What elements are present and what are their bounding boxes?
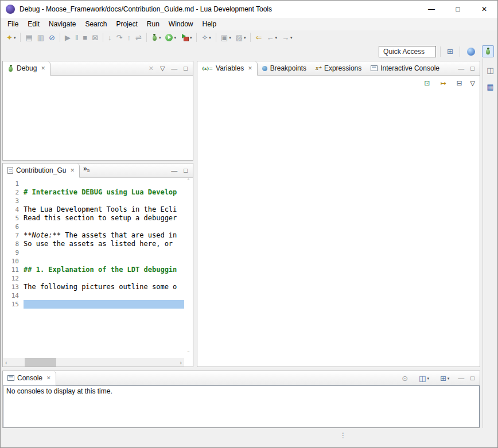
grid-view-icon[interactable]: ▦: [484, 82, 496, 92]
tab-variables[interactable]: (x)= Variables ✕: [197, 61, 258, 76]
editor-code[interactable]: 12# Interactive DEBUG using Lua Develop3…: [3, 178, 184, 358]
last-edit-location-icon[interactable]: ⇐: [253, 33, 264, 42]
toolbar-separator[interactable]: [196, 33, 197, 42]
editor-line[interactable]: 13The following pictures outline some o: [3, 283, 184, 291]
toolbar-separator[interactable]: [20, 33, 21, 42]
close-icon[interactable]: ✕: [248, 65, 252, 71]
tab-console[interactable]: Console ✕: [3, 371, 56, 385]
save-all-icon[interactable]: ▥: [35, 33, 46, 42]
line-number[interactable]: 9: [3, 248, 24, 257]
menu-item[interactable]: Navigate: [44, 18, 80, 30]
step-into-icon[interactable]: ↓: [106, 33, 114, 42]
horizontal-scrollbar[interactable]: ‹ ›: [3, 358, 184, 367]
maximize-view-icon[interactable]: □: [470, 65, 474, 72]
sash-grip-icon[interactable]: ⋮: [340, 431, 347, 439]
maximize-button[interactable]: □: [445, 1, 471, 18]
minimize-button[interactable]: —: [418, 1, 445, 18]
debug-icon[interactable]: ▾: [149, 33, 164, 42]
toolbar-separator[interactable]: [60, 33, 60, 42]
step-over-icon[interactable]: ↷: [114, 33, 125, 42]
dropdown-arrow-icon[interactable]: ▾: [209, 36, 211, 40]
scroll-right-icon[interactable]: ›: [177, 359, 184, 366]
dropdown-arrow-icon[interactable]: ▾: [174, 36, 176, 40]
maximize-view-icon[interactable]: □: [184, 65, 188, 72]
collapse-all-icon[interactable]: ⊟: [454, 79, 464, 88]
view-menu-icon[interactable]: ▽: [160, 65, 165, 72]
line-number[interactable]: 2: [3, 188, 24, 197]
tab-breakpoints[interactable]: Breakpoints: [258, 61, 311, 75]
minimize-view-icon[interactable]: —: [458, 65, 464, 72]
line-number[interactable]: 3: [3, 197, 24, 205]
minimize-view-icon[interactable]: —: [458, 375, 464, 381]
skip-breakpoints-icon[interactable]: ⊘: [46, 33, 57, 42]
menu-item[interactable]: Window: [164, 18, 198, 30]
editor-line[interactable]: 10: [3, 257, 184, 266]
editor-line[interactable]: 1: [3, 180, 184, 188]
close-icon[interactable]: ✕: [46, 375, 51, 381]
dropdown-arrow-icon[interactable]: ▾: [14, 36, 16, 40]
debug-perspective-button[interactable]: [482, 45, 494, 57]
scrollbar-thumb[interactable]: [25, 358, 56, 367]
line-number[interactable]: 5: [3, 214, 24, 223]
annotations-icon[interactable]: ▨ ▾: [234, 33, 248, 42]
editor-line[interactable]: 2# Interactive DEBUG using Lua Develop: [3, 188, 184, 197]
resume-icon[interactable]: ▶: [63, 33, 73, 42]
dropdown-arrow-icon[interactable]: ▾: [244, 36, 246, 40]
suspend-icon[interactable]: ‖: [73, 33, 80, 42]
close-icon[interactable]: ✕: [41, 65, 45, 71]
tab-debug[interactable]: Debug ✕: [3, 61, 50, 76]
toolbar-separator[interactable]: [250, 33, 251, 42]
toolbar-separator[interactable]: [216, 33, 216, 42]
vertical-scrollbar[interactable]: ˆ ˇ: [184, 178, 193, 358]
disconnect-icon[interactable]: ⊠: [90, 33, 100, 42]
menu-item[interactable]: File: [3, 18, 23, 30]
menu-item[interactable]: Help: [198, 18, 221, 30]
menu-item[interactable]: Edit: [23, 18, 44, 30]
run-icon[interactable]: ▾: [163, 33, 178, 42]
menu-item[interactable]: Project: [111, 18, 142, 30]
remove-all-terminated-icon[interactable]: ✕: [149, 65, 154, 72]
dropdown-arrow-icon[interactable]: ▾: [427, 376, 429, 380]
line-number[interactable]: 14: [3, 291, 24, 300]
open-perspective-button[interactable]: ⊞: [445, 46, 456, 56]
minimize-view-icon[interactable]: —: [171, 65, 177, 72]
display-console-icon[interactable]: ◫ ▾: [417, 373, 431, 383]
new-wizard-icon[interactable]: ✦ ▾: [4, 33, 18, 42]
use-step-filters-icon[interactable]: ⇌: [133, 33, 144, 42]
wand-icon[interactable]: ✧ ▾: [199, 33, 213, 42]
menu-item[interactable]: Run: [142, 18, 164, 30]
dropdown-arrow-icon[interactable]: ▾: [275, 36, 277, 40]
line-number[interactable]: 4: [3, 205, 24, 214]
line-number[interactable]: 12: [3, 274, 24, 283]
dropdown-arrow-icon[interactable]: ▾: [290, 36, 293, 40]
line-number[interactable]: 11: [3, 266, 24, 274]
back-icon[interactable]: ← ▾: [264, 33, 279, 42]
line-number[interactable]: 7: [3, 231, 24, 240]
line-number[interactable]: 1: [3, 180, 24, 188]
ldt-perspective-button[interactable]: [464, 45, 478, 58]
scroll-up-icon[interactable]: ˆ: [188, 178, 189, 185]
editor-line[interactable]: 11## 1. Explanation of the LDT debuggin: [3, 266, 184, 274]
line-number[interactable]: 13: [3, 283, 24, 291]
dropdown-arrow-icon[interactable]: ▾: [448, 376, 450, 380]
editor-line[interactable]: 7**Note:** The assets that are used in: [3, 231, 184, 240]
tab-expressions[interactable]: x⁺ Expressions: [311, 61, 366, 75]
editor-line[interactable]: 5Read this section to setup a debugger: [3, 214, 184, 223]
editor-tab-overflow[interactable]: » 5: [80, 163, 93, 177]
line-number[interactable]: 6: [3, 223, 24, 231]
editor-line[interactable]: 14: [3, 291, 184, 300]
pin-console-icon[interactable]: ⊙: [399, 373, 410, 383]
open-console-icon[interactable]: ⊞ ▾: [438, 373, 452, 383]
terminate-icon[interactable]: ■: [80, 33, 90, 42]
maximize-view-icon[interactable]: □: [470, 375, 474, 381]
dropdown-arrow-icon[interactable]: ▾: [229, 36, 231, 40]
show-logical-structures-icon[interactable]: ⊡: [422, 79, 432, 88]
line-number[interactable]: 15: [3, 300, 24, 309]
scroll-down-icon[interactable]: ˇ: [188, 351, 189, 357]
pin-editor-icon[interactable]: ▣ ▾: [219, 33, 234, 42]
line-number[interactable]: 10: [3, 257, 24, 266]
line-number[interactable]: 8: [3, 240, 24, 248]
toolbar-separator[interactable]: [146, 33, 147, 42]
tab-contribution-guide[interactable]: Contribution_Gu ✕: [3, 163, 80, 178]
editor-line[interactable]: 8So use the assets as listed here, or: [3, 240, 184, 248]
